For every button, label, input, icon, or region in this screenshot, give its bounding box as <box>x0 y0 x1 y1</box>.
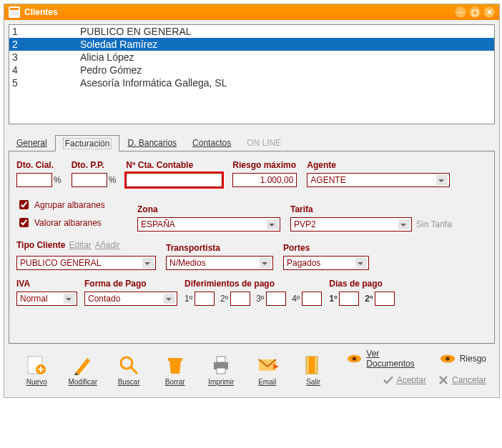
riesgo-max-input[interactable] <box>232 173 297 187</box>
maximize-button[interactable]: ▢ <box>469 6 481 18</box>
svg-rect-13 <box>309 357 315 374</box>
table-row[interactable]: 5Asesoría Informática Gallega, SL <box>9 76 494 89</box>
table-row[interactable]: 3Alicia López <box>9 51 494 64</box>
field-iva: IVA <box>16 279 77 306</box>
tab-strip: General Facturación D. Bancarios Contact… <box>9 134 495 151</box>
borrar-button[interactable]: Borrar <box>155 354 194 386</box>
email-button[interactable]: Email <box>247 354 286 386</box>
agente-select[interactable] <box>307 173 450 187</box>
tab-dbancarios[interactable]: D. Bancarios <box>119 134 184 151</box>
iva-select[interactable] <box>16 292 77 306</box>
svg-point-17 <box>446 357 450 361</box>
svg-rect-7 <box>168 358 182 361</box>
imprimir-button[interactable]: Imprimir <box>202 354 240 386</box>
search-icon <box>117 354 140 377</box>
field-dto-cial: Dto. Cial. % <box>16 160 61 187</box>
transportista-select[interactable] <box>166 256 273 270</box>
svg-rect-2 <box>10 11 19 16</box>
field-zona: Zona <box>137 204 280 232</box>
eye-icon <box>347 354 362 364</box>
aceptar-button[interactable]: Aceptar <box>383 374 426 386</box>
buscar-button[interactable]: Buscar <box>109 354 148 386</box>
tab-online: ON LINE <box>239 134 289 151</box>
tab-contactos[interactable]: Contactos <box>184 134 239 151</box>
ver-documentos-button[interactable]: Ver Documentos <box>347 349 426 369</box>
edit-icon <box>72 354 94 377</box>
field-dto-pp: Dto. P.P. % <box>72 160 117 187</box>
tarifa-select[interactable] <box>290 217 412 232</box>
sin-tarifa-label: Sin Tarifa <box>416 219 452 229</box>
salir-button[interactable]: Salir <box>294 354 333 386</box>
valorar-checkbox[interactable]: Valorar albaranes <box>16 216 127 229</box>
dif4-input[interactable] <box>302 292 322 306</box>
clientes-window: Clientes ─ ▢ ✕ 1PUBLICO EN GENERAL2Soled… <box>4 4 500 398</box>
dif1-input[interactable] <box>195 292 215 306</box>
field-tipo-cliente: Tipo Cliente Editar Añadir <box>16 240 156 270</box>
dto-pp-input[interactable] <box>72 173 107 187</box>
exit-icon <box>302 354 325 377</box>
editar-link[interactable]: Editar <box>69 240 91 250</box>
email-icon <box>256 354 279 377</box>
eye-icon <box>440 354 456 364</box>
titlebar: Clientes ─ ▢ ✕ <box>4 4 499 20</box>
print-icon <box>210 354 232 377</box>
toolbar: Nuevo Modificar Buscar Borrar Imprimir E… <box>9 344 495 393</box>
dia2-input[interactable] <box>375 292 395 306</box>
table-row[interactable]: 4Pedro Gómez <box>9 64 494 76</box>
close-button[interactable]: ✕ <box>483 6 495 18</box>
check-icon <box>383 374 394 386</box>
svg-rect-1 <box>10 8 19 10</box>
svg-point-5 <box>121 357 132 369</box>
cancelar-button[interactable]: Cancelar <box>438 374 486 386</box>
field-diferimientos: Diferimientos de pago 1º 2º 3º 4º <box>184 279 322 306</box>
tab-facturacion[interactable]: Facturación <box>55 135 120 151</box>
portes-select[interactable] <box>283 256 369 270</box>
field-riesgo-max: Riesgo máximo <box>232 160 297 187</box>
ncta-input[interactable] <box>126 173 222 187</box>
svg-line-6 <box>131 367 137 374</box>
field-agente: Agente <box>307 160 450 187</box>
window-title: Clientes <box>24 7 58 17</box>
facturacion-panel: Dto. Cial. % Dto. P.P. % Nº Cta. Contabl… <box>9 151 495 344</box>
trash-icon <box>164 354 187 377</box>
svg-point-15 <box>353 357 356 360</box>
table-row[interactable]: 2Soledad Ramírez <box>9 38 494 51</box>
zona-select[interactable] <box>137 217 280 232</box>
field-portes: Portes <box>283 243 369 270</box>
anadir-link[interactable]: Añadir <box>95 240 120 250</box>
riesgo-button[interactable]: Riesgo <box>440 349 486 369</box>
dia1-input[interactable] <box>339 292 359 306</box>
dif3-input[interactable] <box>266 292 286 306</box>
field-dias-pago: Días de pago 1º 2º <box>329 279 395 306</box>
field-ncta: Nº Cta. Contable <box>126 160 222 187</box>
forma-pago-select[interactable] <box>84 292 177 306</box>
field-forma-pago: Forma de Pago <box>84 279 177 306</box>
tipo-cliente-select[interactable] <box>16 256 156 270</box>
dto-cial-input[interactable] <box>16 173 52 187</box>
field-transportista: Transportista <box>166 243 273 270</box>
nuevo-button[interactable]: Nuevo <box>17 354 56 386</box>
dif2-input[interactable] <box>230 292 250 306</box>
app-icon <box>9 6 20 18</box>
new-icon <box>25 354 48 377</box>
modificar-button[interactable]: Modificar <box>63 354 102 386</box>
field-tarifa: Tarifa Sin Tarifa <box>290 204 452 232</box>
client-list[interactable]: 1PUBLICO EN GENERAL2Soledad Ramírez3Alic… <box>9 24 495 124</box>
cancel-icon <box>438 374 449 386</box>
tab-general[interactable]: General <box>9 134 55 151</box>
agrupar-checkbox[interactable]: Agrupar albaranes <box>16 198 127 211</box>
table-row[interactable]: 1PUBLICO EN GENERAL <box>9 25 494 38</box>
svg-rect-9 <box>217 357 225 362</box>
minimize-button[interactable]: ─ <box>455 6 466 18</box>
svg-rect-10 <box>217 368 225 374</box>
